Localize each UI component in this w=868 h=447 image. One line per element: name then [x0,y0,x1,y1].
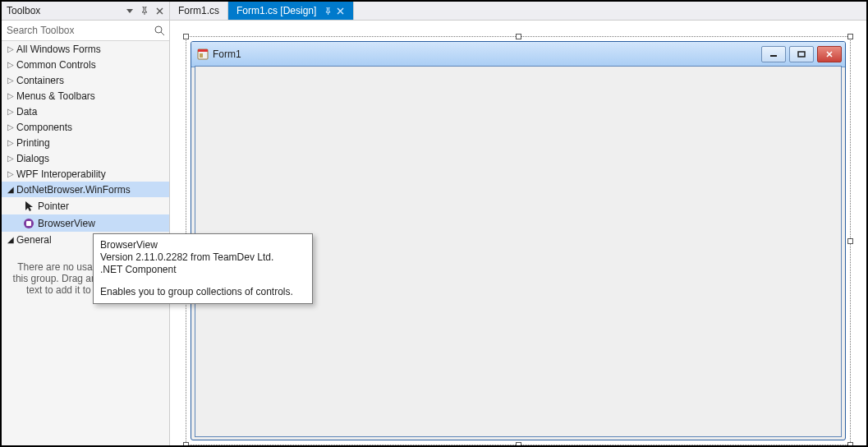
category-label: General [16,234,52,246]
resize-handle[interactable] [516,442,521,445]
search-input[interactable] [2,21,169,40]
chevron-right-icon: ▷ [7,169,15,178]
chevron-right-icon: ▷ [7,44,15,53]
toolbox-item-pointer[interactable]: Pointer [2,197,169,214]
chevron-down-icon: ◢ [7,235,15,244]
chevron-right-icon: ▷ [7,154,15,163]
close-button[interactable] [817,46,842,62]
toolbox-category[interactable]: ◢DotNetBrowser.WinForms [2,182,169,197]
toolbox-header: Toolbox [2,2,169,21]
resize-handle[interactable] [847,442,853,445]
chevron-down-icon: ◢ [7,185,15,194]
form-titlebar[interactable]: Form1 [191,42,845,67]
svg-rect-2 [26,221,31,226]
chevron-right-icon: ▷ [7,107,15,116]
resize-handle[interactable] [847,238,853,244]
toolbox-category[interactable]: ▷Menus & Toolbars [2,88,169,104]
toolbox-item-browserview[interactable]: BrowserView [2,214,169,232]
item-label: BrowserView [38,218,95,229]
category-label: Printing [16,137,50,149]
tooltip-description: Enables you to group collections of cont… [100,286,305,298]
component-icon [21,217,36,230]
chevron-right-icon: ▷ [7,91,15,100]
toolbox-category[interactable]: ▷WPF Interoperability [2,166,169,182]
tab-label: Form1.cs [Design] [237,5,316,16]
category-label: WPF Interoperability [16,168,106,180]
resize-handle[interactable] [183,442,189,445]
chevron-right-icon: ▷ [7,60,15,69]
tab-form1-cs[interactable]: Form1.cs [170,2,228,20]
svg-rect-4 [198,49,208,52]
toolbox-search [2,21,169,41]
category-label: Dialogs [16,153,49,164]
svg-rect-6 [770,55,777,57]
category-label: All Windows Forms [16,44,101,55]
close-icon[interactable] [153,4,166,17]
pin-icon[interactable] [138,4,151,17]
window-dropdown-icon[interactable] [123,4,136,17]
toolbox-title: Toolbox [7,5,122,16]
toolbox-category[interactable]: ▷Data [2,104,169,119]
toolbox-category[interactable]: ▷All Windows Forms [2,41,169,57]
tab-form1-design[interactable]: Form1.cs [Design] [228,2,354,20]
toolbox-category[interactable]: ▷Components [2,119,169,135]
chevron-right-icon: ▷ [7,76,15,85]
category-label: Common Controls [16,59,96,71]
pointer-icon [21,200,36,213]
resize-handle[interactable] [847,34,853,39]
pin-icon[interactable] [323,7,333,15]
toolbox-category[interactable]: ▷Common Controls [2,57,169,72]
minimize-button[interactable] [761,46,786,62]
category-label: Containers [16,75,64,86]
resize-handle[interactable] [183,34,189,39]
toolbox-panel: Toolbox ▷All Windows Forms ▷Common Contr… [2,2,170,445]
svg-rect-5 [200,53,203,58]
toolbox-category[interactable]: ▷Containers [2,72,169,88]
tooltip-line: Version 2.11.0.2282 from TeamDev Ltd. [100,251,305,264]
svg-rect-7 [798,52,805,57]
category-label: DotNetBrowser.WinForms [16,184,131,196]
item-label: Pointer [38,200,69,212]
form-title: Form1 [213,48,761,60]
tab-label: Form1.cs [178,5,219,16]
resize-handle[interactable] [516,34,521,39]
tooltip-title: BrowserView [100,239,305,251]
category-label: Components [16,122,72,133]
category-label: Menus & Toolbars [16,90,95,102]
close-icon[interactable] [335,7,345,15]
form-icon [196,48,209,61]
toolbox-category[interactable]: ▷Printing [2,135,169,150]
maximize-button[interactable] [789,46,814,62]
toolbox-category[interactable]: ▷Dialogs [2,150,169,166]
tooltip: BrowserView Version 2.11.0.2282 from Tea… [93,233,313,304]
chevron-right-icon: ▷ [7,138,15,147]
document-tabstrip: Form1.cs Form1.cs [Design] [170,2,866,21]
tooltip-line: .NET Component [100,264,305,276]
category-label: Data [16,106,37,118]
chevron-right-icon: ▷ [7,122,15,131]
